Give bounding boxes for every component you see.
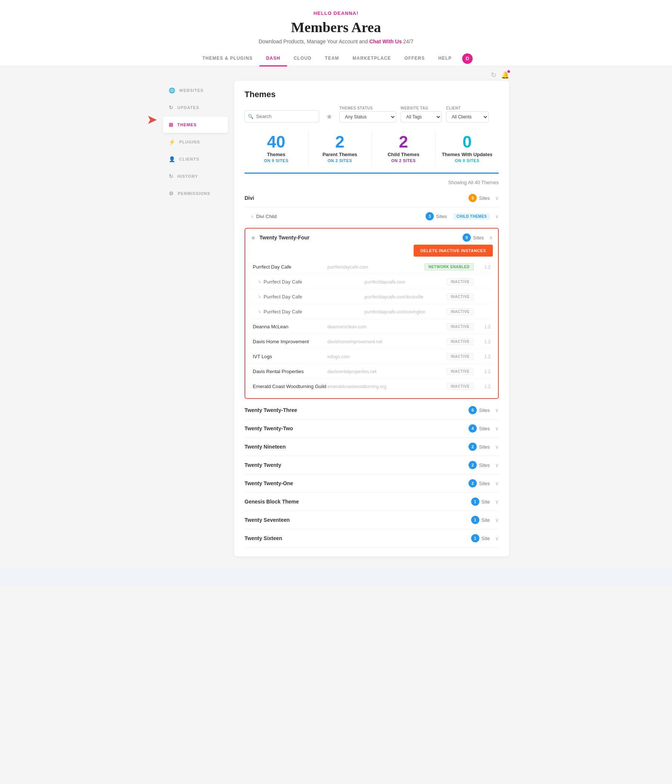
purrfect-version-1: 1.2	[481, 264, 490, 270]
table-row[interactable]: ↳ Divi Child 3 Sites CHILD THEMES ∨	[245, 207, 499, 226]
twenty-nineteen-sites-label: Sites	[479, 444, 490, 450]
stat-themes-sublabel: ON 9 SITES	[245, 159, 308, 163]
table-row[interactable]: Twenty Twenty-Three 6 Sites ∨	[245, 401, 499, 420]
davis-home-url: davishomeimprovement.net	[327, 339, 447, 344]
purrfect-url-3: purrfectdaycafe.com/louisville	[365, 294, 447, 300]
table-row[interactable]: Genesis Block Theme 1 Site ∨	[245, 493, 499, 511]
tag-filter-select[interactable]: All Tags	[400, 111, 442, 123]
tab-cloud[interactable]: CLOUD	[287, 51, 318, 67]
status-filter-select[interactable]: Any Status Active Inactive Network Enabl…	[339, 111, 396, 123]
stat-parent-number: 2	[308, 134, 372, 150]
tab-offers[interactable]: OFFERS	[397, 51, 431, 67]
tag-filter-group: WEBSITE TAG All Tags	[400, 106, 442, 123]
tab-marketplace[interactable]: MARKETPLACE	[346, 51, 397, 67]
divi-sites-label: Sites	[479, 195, 490, 201]
ivt-name: IVT Logs	[253, 354, 327, 359]
chevron-twenty-twentyone: ∨	[495, 480, 499, 486]
tab-dash[interactable]: DASH	[259, 51, 287, 67]
purrfect-child-arrow-3: ↳	[253, 309, 261, 314]
table-row[interactable]: Twenty Twenty-Two 4 Sites ∨	[245, 420, 499, 438]
sidebar-item-history[interactable]: ↻ HISTORY	[163, 168, 228, 185]
notification-icon[interactable]: 🔔	[501, 71, 509, 79]
page-title: Themes	[245, 90, 499, 100]
twenty-twentyone-sites-label: Sites	[479, 481, 490, 486]
genesis-sites-label: Site	[482, 499, 490, 505]
chevron-genesis: ∨	[495, 499, 499, 505]
client-filter-select[interactable]: All Clients	[446, 111, 489, 123]
twenty-nineteen-badge: 2	[469, 443, 477, 451]
sidebar-item-websites[interactable]: 🌐 WEBSITES	[163, 82, 228, 99]
chevron-twenty-twentyfour: ∧	[489, 235, 493, 241]
chevron-twenty-sixteen: ∨	[495, 535, 499, 541]
client-filter-label: CLIENT	[446, 106, 489, 110]
twenty-twentyfour-star[interactable]: ★	[250, 234, 256, 241]
purrfect-child-arrow-1: ↳	[253, 279, 261, 284]
tab-help[interactable]: HELP	[431, 51, 458, 67]
stat-updates-number: 0	[436, 134, 499, 150]
instance-row: Davis Rental Properties davisrentalprope…	[250, 364, 493, 379]
stat-child-label: Child Themes	[372, 152, 435, 157]
inactive-badge-deanna: INACTIVE	[447, 323, 474, 330]
themes-icon: ⊞	[169, 122, 174, 128]
emerald-version: 1.2	[481, 384, 490, 389]
davis-rental-url: davisrentalproperties.net	[327, 369, 447, 374]
instance-row: ↳ Purrfect Day Cafe purrfectdaycafe.com/…	[250, 305, 493, 319]
plugins-icon: ⚡	[169, 139, 175, 145]
history-icon: ↻	[169, 173, 174, 179]
sidebar-item-plugins[interactable]: ⚡ PLUGINS	[163, 134, 228, 150]
sidebar: 🌐 WEBSITES ↻ UPDATES ⊞ THEMES ⚡ PLUGINS …	[163, 81, 228, 557]
davis-home-version: 1.2	[481, 339, 490, 344]
twenty-twenty-badge: 2	[469, 461, 477, 469]
instance-row: ↳ Purrfect Day Cafe purrfectdaycafe.com/…	[250, 289, 493, 305]
purrfect-url-2: purrfectdaycafe.com	[365, 279, 447, 285]
stat-parent-themes: 2 Parent Themes ON 2 SITES	[308, 131, 372, 166]
permissions-icon: ⚙	[169, 190, 174, 196]
user-avatar[interactable]: D	[458, 51, 476, 66]
sidebar-item-updates[interactable]: ↻ UPDATES	[163, 100, 228, 116]
inactive-badge-davis-home: INACTIVE	[447, 338, 474, 345]
deanna-url: deannamclean.com	[327, 324, 447, 330]
refresh-icon[interactable]: ↻	[491, 71, 497, 79]
table-row[interactable]: Divi 9 Sites ∨	[245, 189, 499, 207]
table-row[interactable]: ★ Twenty Twenty-Four 9 Sites ∧	[250, 229, 493, 245]
client-filter-group: CLIENT All Clients	[446, 106, 489, 123]
instance-row: Purrfect Day Cafe purrfectdaycafe.com NE…	[250, 260, 493, 275]
davis-rental-version: 1.2	[481, 369, 490, 374]
expanded-theme-section: ★ Twenty Twenty-Four 9 Sites ∧ DELETE IN…	[245, 228, 499, 399]
table-row[interactable]: Twenty Seventeen 1 Site ∨	[245, 511, 499, 529]
status-filter-group: THEMES STATUS Any Status Active Inactive…	[339, 106, 396, 123]
emerald-name: Emerald Coast Woodturning Guild	[253, 384, 327, 389]
instance-row: ↳ Purrfect Day Cafe purrfectdaycafe.com …	[250, 275, 493, 289]
table-row[interactable]: Twenty Nineteen 2 Sites ∨	[245, 438, 499, 456]
arrow-indicator: ➤	[147, 113, 157, 126]
divi-child-arrow: ↳	[250, 214, 254, 219]
purrfect-url-4: purrfectdaycafe.com/covington	[365, 309, 447, 314]
chat-link[interactable]: Chat With Us	[369, 39, 402, 44]
table-row[interactable]: Twenty Twenty-One 2 Sites ∨	[245, 474, 499, 493]
inactive-badge-2: INACTIVE	[447, 293, 474, 300]
purrfect-name-2: Purrfect Day Cafe	[264, 279, 365, 285]
stat-parent-label: Parent Themes	[308, 152, 372, 157]
nav-tabs: THEMES & PLUGINS DASH CLOUD TEAM MARKETP…	[0, 51, 672, 67]
table-row[interactable]: Twenty Sixteen 1 Site ∨	[245, 529, 499, 548]
stats-row: 40 Themes ON 9 SITES 2 Parent Themes ON …	[245, 131, 499, 174]
instance-row: IVT Logs ivtlogs.com INACTIVE 1.2	[250, 349, 493, 364]
divi-name: Divi	[245, 195, 469, 201]
purrfect-url-1: purrfectdaycafe.com	[327, 264, 424, 270]
emerald-url: emeraldcoastwoodturning.org	[327, 384, 447, 389]
favorites-star-button[interactable]: ★	[324, 110, 335, 123]
inactive-badge-emerald: INACTIVE	[447, 383, 474, 390]
tab-team[interactable]: TEAM	[318, 51, 346, 67]
twenty-twentythree-name: Twenty Twenty-Three	[245, 407, 469, 413]
instance-row: Deanna McLean deannamclean.com INACTIVE …	[250, 319, 493, 334]
sidebar-item-themes[interactable]: ⊞ THEMES	[163, 117, 228, 133]
sidebar-item-permissions[interactable]: ⚙ PERMISSIONS	[163, 185, 228, 202]
tab-themes-plugins[interactable]: THEMES & PLUGINS	[196, 51, 259, 67]
deanna-name: Deanna McLean	[253, 324, 327, 330]
stat-child-sublabel: ON 2 SITES	[372, 159, 435, 163]
updates-icon: ↻	[169, 104, 174, 110]
delete-inactive-button[interactable]: DELETE INACTIVE INSTANCES	[414, 245, 493, 257]
sidebar-item-clients[interactable]: 👤 CLIENTS	[163, 151, 228, 167]
search-input[interactable]	[245, 110, 319, 123]
table-row[interactable]: Twenty Twenty 2 Sites ∨	[245, 456, 499, 474]
